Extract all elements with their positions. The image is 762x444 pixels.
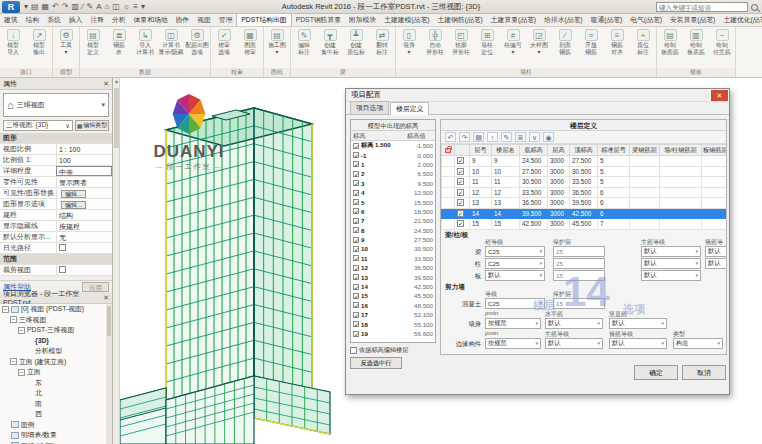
floor-cell[interactable]: 30.500: [570, 166, 598, 177]
tree-expander-icon[interactable]: −: [18, 369, 25, 376]
ribbon-tab[interactable]: 结构: [22, 14, 44, 26]
floor-row[interactable]: ✓151542.500300045.5007: [442, 219, 728, 230]
level-row[interactable]: ✓1956.600: [351, 329, 435, 338]
config-combo[interactable]: 默认▾: [545, 318, 603, 329]
floor-cell[interactable]: 12: [492, 187, 520, 198]
level-row[interactable]: ✓标高 1.500-1.500: [351, 141, 435, 150]
view-dropdown[interactable]: 三维视图: {3D} ∨: [3, 120, 73, 131]
ribbon-tab[interactable]: 电气(品茗): [626, 14, 666, 26]
level-row[interactable]: ✓1236.500: [351, 263, 435, 272]
floor-cell[interactable]: [660, 219, 702, 230]
floor-row[interactable]: ✓111130.500300033.5005: [442, 177, 728, 188]
checkbox-icon[interactable]: [350, 347, 357, 354]
floor-cell[interactable]: [630, 208, 660, 219]
ribbon-tab[interactable]: 建筑: [0, 14, 22, 26]
level-row[interactable]: ✓12.000: [351, 160, 435, 169]
ribbon-tab[interactable]: 协作: [172, 14, 194, 26]
ribbon-button[interactable]: ◰轮廓 异形柱: [448, 27, 474, 68]
config-input[interactable]: 25: [553, 246, 605, 257]
ribbon-tab[interactable]: PDST钢筋算量: [292, 14, 345, 26]
floor-row[interactable]: ✓131336.500300039.5006: [442, 198, 728, 209]
level-row[interactable]: ✓26.500: [351, 169, 435, 178]
checkbox-icon[interactable]: ✓: [353, 152, 359, 158]
floor-cell[interactable]: 6: [598, 198, 630, 209]
floor-cell[interactable]: 12: [470, 187, 492, 198]
floor-cell[interactable]: 10: [492, 166, 520, 177]
property-row[interactable]: 视图比例1 : 100: [0, 144, 112, 155]
checkbox-icon[interactable]: ✓: [353, 171, 359, 177]
floor-cell[interactable]: [660, 166, 702, 177]
ribbon-tab[interactable]: 安装算量(品茗): [666, 14, 719, 26]
floor-cell[interactable]: 39.500: [520, 208, 548, 219]
checkbox-icon[interactable]: ✓: [353, 331, 359, 337]
property-value[interactable]: 中等: [56, 166, 112, 176]
tree-expander-icon[interactable]: −: [10, 316, 17, 323]
property-row[interactable]: 显示隐藏线按规程: [0, 221, 112, 232]
checkbox-icon[interactable]: ✓: [353, 312, 359, 318]
checkbox-icon[interactable]: ✓: [353, 302, 359, 308]
config-combo[interactable]: C25▾: [485, 258, 545, 269]
ribbon-button[interactable]: ▤绘制 板面筋: [657, 27, 683, 68]
ribbon-tab[interactable]: 管理: [215, 14, 237, 26]
level-row[interactable]: ✓1133.500: [351, 254, 435, 263]
property-row[interactable]: 日光路径: [0, 243, 112, 254]
property-row[interactable]: 规程结构: [0, 210, 112, 221]
level-row[interactable]: ✓618.500: [351, 207, 435, 216]
checkbox-icon[interactable]: [59, 244, 66, 251]
floor-cell[interactable]: 27.500: [570, 156, 598, 167]
checkbox-icon[interactable]: ✓: [457, 189, 464, 196]
ribbon-button[interactable]: ✎编辑 标注: [291, 27, 317, 68]
ribbon-tab[interactable]: 插入: [65, 14, 87, 26]
tree-item[interactable]: −[0] 视图 (PDST-视图): [0, 304, 106, 315]
check-cell[interactable]: ✓: [455, 156, 470, 167]
tree-item[interactable]: 西: [0, 409, 106, 420]
floor-cell[interactable]: 42.500: [570, 208, 598, 219]
invert-selection-button[interactable]: 反选选中行: [350, 357, 402, 369]
check-cell[interactable]: ✓: [455, 208, 470, 219]
ribbon-button[interactable]: ┻创建 原位标: [343, 27, 369, 68]
ribbon-button[interactable]: ⊞墙柱 定位: [474, 27, 500, 68]
tree-item[interactable]: {3D}: [0, 336, 106, 347]
config-input[interactable]: 15: [553, 298, 605, 309]
dialog-tab[interactable]: 楼层定义: [390, 102, 429, 115]
floor-cell[interactable]: 39.500: [570, 198, 598, 209]
ribbon-button[interactable]: ⇄翻转 标注: [369, 27, 395, 68]
floor-cell[interactable]: 33.500: [570, 177, 598, 188]
config-combo[interactable]: 默认▾: [609, 318, 667, 329]
edit-by-level-checkbox[interactable]: 依据标高编辑楼层: [350, 346, 409, 355]
checkbox-icon[interactable]: ✓: [353, 246, 359, 252]
ribbon-tab[interactable]: 土建钢筋(品茗): [433, 14, 486, 26]
floor-cell[interactable]: 42.500: [520, 219, 548, 230]
scroll-up-icon[interactable]: ▲: [113, 78, 120, 86]
config-input[interactable]: 25: [553, 258, 605, 269]
floor-cell[interactable]: [702, 166, 728, 177]
level-row[interactable]: ✓927.500: [351, 235, 435, 244]
floor-row[interactable]: ✓121233.500300036.5006: [442, 187, 728, 198]
edit-button[interactable]: 编辑...: [61, 190, 86, 198]
ribbon-button[interactable]: ⚙工具 ▾: [53, 27, 79, 68]
check-dropdown-icon[interactable]: ∨: [529, 132, 540, 142]
floor-cell[interactable]: [660, 198, 702, 209]
ribbon-button[interactable]: ↗模型 输出: [26, 27, 52, 68]
floor-cell[interactable]: [630, 177, 660, 188]
ribbon-tab[interactable]: PDST结构出图: [236, 14, 291, 26]
property-value[interactable]: 显示两者: [56, 177, 112, 187]
ribbon-button[interactable]: ≣钢筋 表: [106, 27, 132, 68]
ribbon-tab[interactable]: 土建优化(品茗): [719, 14, 762, 26]
floor-cell[interactable]: 24.500: [520, 156, 548, 167]
floor-cell[interactable]: 15: [470, 219, 492, 230]
property-row[interactable]: 图形显示选项编辑...: [0, 199, 112, 210]
checkbox-icon[interactable]: ✓: [457, 210, 464, 217]
browser-scrollbar[interactable]: [106, 304, 112, 444]
checkbox-icon[interactable]: ✓: [353, 274, 359, 280]
checkbox-icon[interactable]: ✓: [353, 284, 359, 290]
tree-item[interactable]: 北: [0, 388, 106, 399]
check-cell[interactable]: ✓: [455, 166, 470, 177]
checkbox-icon[interactable]: ✓: [457, 199, 464, 206]
floor-cell[interactable]: 3000: [548, 219, 570, 230]
floor-cell[interactable]: 3000: [548, 198, 570, 209]
ribbon-button[interactable]: ◲大样图 ▾: [526, 27, 552, 68]
ribbon-button[interactable]: ▤施工图 ▾: [264, 27, 290, 68]
checkbox-icon[interactable]: [59, 266, 66, 273]
move-up-icon[interactable]: ↑: [487, 132, 498, 142]
